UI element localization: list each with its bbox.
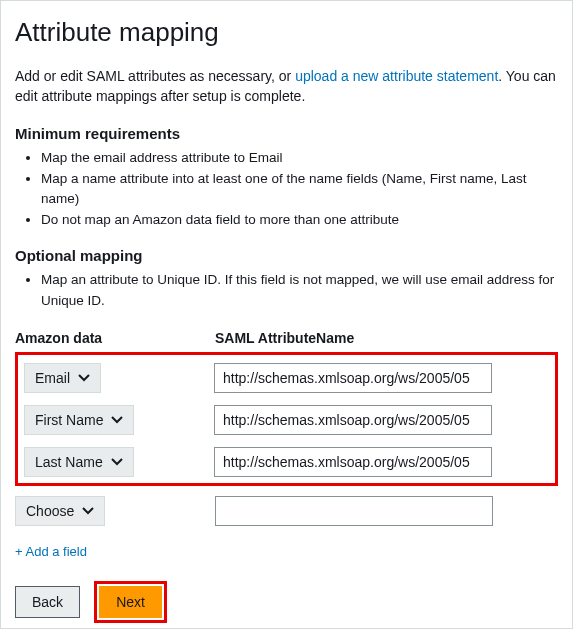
lastname-dropdown[interactable]: Last Name <box>24 447 134 477</box>
mapping-highlight: Email First Name Last Name <box>15 352 558 486</box>
mapping-row-firstname: First Name <box>24 405 549 435</box>
list-item: Do not map an Amazon data field to more … <box>41 210 558 231</box>
list-item: Map a name attribute into at least one o… <box>41 169 558 211</box>
dropdown-label: Email <box>35 370 70 386</box>
upload-attribute-link[interactable]: upload a new attribute statement <box>295 68 498 84</box>
choose-attr-input[interactable] <box>215 496 493 526</box>
column-headers: Amazon data SAML AttributeName <box>15 330 558 346</box>
email-dropdown[interactable]: Email <box>24 363 101 393</box>
list-item: Map an attribute to Unique ID. If this f… <box>41 270 558 312</box>
dropdown-label: First Name <box>35 412 103 428</box>
mapping-row-lastname: Last Name <box>24 447 549 477</box>
col-saml-attr: SAML AttributeName <box>215 330 558 346</box>
chevron-down-icon <box>111 414 123 426</box>
choose-dropdown[interactable]: Choose <box>15 496 105 526</box>
mapping-row-choose: Choose <box>15 496 558 526</box>
page-title: Attribute mapping <box>15 17 558 48</box>
chevron-down-icon <box>82 505 94 517</box>
firstname-attr-input[interactable] <box>214 405 492 435</box>
dropdown-label: Choose <box>26 503 74 519</box>
list-item: Map the email address attribute to Email <box>41 148 558 169</box>
lastname-attr-input[interactable] <box>214 447 492 477</box>
col-amazon-data: Amazon data <box>15 330 215 346</box>
dropdown-label: Last Name <box>35 454 103 470</box>
attribute-mapping-panel: Attribute mapping Add or edit SAML attri… <box>0 0 573 629</box>
add-field-link[interactable]: + Add a field <box>15 544 87 559</box>
opt-map-title: Optional mapping <box>15 247 558 264</box>
min-req-title: Minimum requirements <box>15 125 558 142</box>
back-button[interactable]: Back <box>15 586 80 618</box>
next-highlight: Next <box>94 581 167 623</box>
min-req-list: Map the email address attribute to Email… <box>15 148 558 232</box>
email-attr-input[interactable] <box>214 363 492 393</box>
intro-prefix: Add or edit SAML attributes as necessary… <box>15 68 295 84</box>
next-button[interactable]: Next <box>99 586 162 618</box>
firstname-dropdown[interactable]: First Name <box>24 405 134 435</box>
mapping-row-email: Email <box>24 363 549 393</box>
button-row: Back Next <box>15 581 558 623</box>
intro-text: Add or edit SAML attributes as necessary… <box>15 66 558 107</box>
chevron-down-icon <box>78 372 90 384</box>
chevron-down-icon <box>111 456 123 468</box>
opt-map-list: Map an attribute to Unique ID. If this f… <box>15 270 558 312</box>
